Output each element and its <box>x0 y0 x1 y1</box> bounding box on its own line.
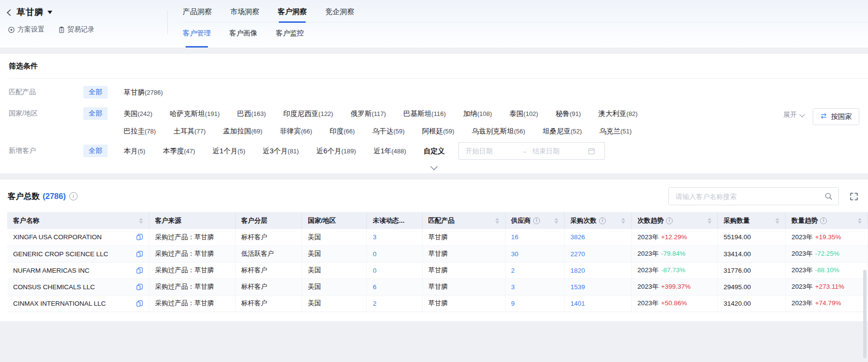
unread-count-link[interactable]: 2 <box>373 300 377 307</box>
tab-customer-insight[interactable]: 客户洞察 <box>278 7 307 22</box>
country-filter-option[interactable]: 乌克兰(51) <box>600 127 632 136</box>
country-filter-option-label: 秘鲁 <box>555 110 569 117</box>
tab-product-insight[interactable]: 产品洞察 <box>183 7 212 22</box>
sort-icon[interactable] <box>492 218 499 224</box>
info-icon[interactable]: i <box>599 217 606 224</box>
vertical-scrollbar[interactable] <box>863 270 867 358</box>
suppliers-count-link[interactable]: 2 <box>511 267 515 274</box>
sort-icon[interactable] <box>618 218 625 224</box>
country-filter-option-label: 巴拉圭 <box>124 127 145 135</box>
country-filter-option[interactable]: 秘鲁(91) <box>555 109 581 118</box>
country-filter-option[interactable]: 菲律宾(66) <box>280 127 312 136</box>
col-matched-product-header[interactable]: 匹配产品 <box>422 212 505 229</box>
purchase-times-link[interactable]: 1539 <box>570 283 585 291</box>
sort-icon[interactable] <box>855 218 862 224</box>
collapse-filter-icon[interactable] <box>430 163 438 171</box>
new-customer-filter-option[interactable]: 近1个月(5) <box>213 147 245 156</box>
purchase-times-link[interactable]: 3826 <box>570 233 585 241</box>
country-filter-option[interactable]: 印度尼西亚(122) <box>284 109 333 118</box>
report-copy-icon[interactable] <box>136 250 143 258</box>
report-copy-icon[interactable] <box>136 300 143 307</box>
by-country-toggle-button[interactable]: 按国家 <box>813 108 860 125</box>
product-filter-option[interactable]: 草甘膦(2786) <box>124 88 163 97</box>
country-filter-option[interactable]: 澳大利亚(82) <box>599 109 638 118</box>
col-suppliers-header[interactable]: 供应商i <box>505 212 565 229</box>
col-customer-name-header[interactable]: 客户名称 <box>7 212 149 229</box>
suppliers-count-link[interactable]: 30 <box>511 250 519 258</box>
new-customer-filter-option[interactable]: 近3个月(81) <box>263 147 299 156</box>
country-filter-option[interactable]: 巴基斯坦(116) <box>403 109 445 118</box>
report-copy-icon[interactable] <box>136 233 143 241</box>
search-icon[interactable] <box>824 192 833 200</box>
country-filter-option[interactable]: 土耳其(77) <box>174 127 206 136</box>
country-filter-option[interactable]: 加纳(108) <box>463 109 492 118</box>
country-filter-option[interactable]: 俄罗斯(117) <box>350 109 386 118</box>
sort-desc-icon <box>495 221 499 224</box>
country-filter-option[interactable]: 哈萨克斯坦(191) <box>170 109 220 118</box>
date-range-picker[interactable]: → <box>458 142 605 160</box>
sort-icon[interactable] <box>705 218 711 224</box>
purchase-times-link[interactable]: 1401 <box>570 300 585 307</box>
purchase-times-link[interactable]: 2270 <box>570 250 585 258</box>
info-icon[interactable]: i <box>820 217 827 224</box>
col-purchase-times-header[interactable]: 采购次数i <box>565 212 631 229</box>
cell-purchase-times: 3826 <box>565 229 631 246</box>
times-trend: 2023年-79.84% <box>637 250 685 257</box>
new-customer-filter-option[interactable]: 本季度(47) <box>163 147 195 156</box>
col-quantity-trend-header[interactable]: 数量趋势i <box>786 212 868 229</box>
col-times-trend-header[interactable]: 次数趋势i <box>631 212 718 229</box>
tab-customer-management[interactable]: 客户管理 <box>183 29 211 48</box>
start-date-input[interactable] <box>465 147 517 155</box>
col-purchase-quantity-header[interactable]: 采购数量 <box>717 212 785 229</box>
country-all-chip[interactable]: 全部 <box>83 107 108 120</box>
new-customer-filter-option[interactable]: 近6个月(189) <box>316 147 356 156</box>
new-customer-filter-option-label: 本月 <box>124 147 138 155</box>
country-filter-option[interactable]: 巴拉圭(78) <box>124 127 156 136</box>
info-icon[interactable]: i <box>666 217 673 224</box>
customer-name-text: NUFARM AMERICAS INC <box>13 267 90 274</box>
sort-icon[interactable] <box>136 218 143 224</box>
suppliers-count-link[interactable]: 3 <box>511 283 515 291</box>
country-filter-option[interactable]: 印度(66) <box>330 127 355 136</box>
new-customer-filter-option[interactable]: 近1年(488) <box>374 147 406 156</box>
unread-count-link[interactable]: 6 <box>373 283 377 291</box>
country-filter-option-count: (163) <box>251 110 266 117</box>
back-icon[interactable] <box>7 9 14 16</box>
unread-count-link[interactable]: 0 <box>373 250 377 258</box>
country-filter-option[interactable]: 泰国(102) <box>509 109 538 118</box>
custom-range-option[interactable]: 自定义 <box>424 145 445 156</box>
country-filter-option[interactable]: 坦桑尼亚(52) <box>543 127 582 136</box>
suppliers-count-link[interactable]: 9 <box>511 300 515 307</box>
title-dropdown-icon[interactable] <box>47 11 52 16</box>
country-filter-option[interactable]: 乌兹别克斯坦(56) <box>472 127 525 136</box>
suppliers-count-link[interactable]: 16 <box>511 233 519 241</box>
tab-customer-monitor[interactable]: 客户监控 <box>276 29 304 48</box>
customer-search-input[interactable] <box>675 192 821 201</box>
sort-icon[interactable] <box>552 218 558 224</box>
tab-market-insight[interactable]: 市场洞察 <box>230 7 259 22</box>
purchase-times-link[interactable]: 1820 <box>570 267 585 274</box>
country-filter-option[interactable]: 美国(242) <box>124 109 152 118</box>
report-copy-icon[interactable] <box>136 283 143 291</box>
tab-competitor-insight[interactable]: 竞企洞察 <box>325 7 354 22</box>
country-filter-option[interactable]: 乌干达(59) <box>372 127 405 136</box>
info-icon[interactable]: i <box>69 192 78 200</box>
country-filter-option-label: 美国 <box>124 110 138 117</box>
trade-records-button[interactable]: 贸易记录 <box>58 25 95 34</box>
new-customer-all-chip[interactable]: 全部 <box>83 145 108 157</box>
unread-count-link[interactable]: 0 <box>373 267 377 274</box>
new-customer-filter-option[interactable]: 本月(5) <box>124 147 145 156</box>
expand-countries-button[interactable]: 展开 <box>784 108 804 119</box>
country-filter-option[interactable]: 阿根廷(59) <box>422 127 455 136</box>
matched-product-all-chip[interactable]: 全部 <box>83 86 108 99</box>
unread-count-link[interactable]: 3 <box>373 233 377 241</box>
scheme-settings-button[interactable]: 方案设置 <box>8 25 45 34</box>
report-copy-icon[interactable] <box>136 267 143 274</box>
country-filter-option[interactable]: 孟加拉国(69) <box>223 127 262 136</box>
country-filter-option[interactable]: 巴西(163) <box>237 109 266 118</box>
fullscreen-icon[interactable] <box>850 192 858 201</box>
info-icon[interactable]: i <box>533 217 540 224</box>
tab-customer-profile[interactable]: 客户画像 <box>229 29 257 48</box>
end-date-input[interactable] <box>532 147 584 155</box>
sort-icon[interactable] <box>773 218 779 224</box>
